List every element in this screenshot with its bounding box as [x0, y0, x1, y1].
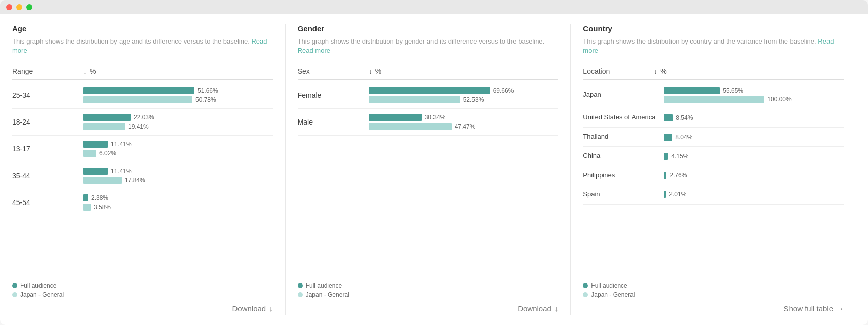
bar-pct-dark: 51.66% — [198, 87, 218, 94]
country-legend: Full audience Japan - General — [583, 274, 844, 298]
bar-row-dark: 4.15% — [664, 153, 844, 160]
bar-row-light: 47.47% — [369, 123, 559, 130]
legend-label-full: Full audience — [20, 282, 56, 289]
legend-dot-full — [583, 283, 588, 288]
minimize-button[interactable] — [16, 4, 22, 10]
gender-read-more[interactable]: Read more — [298, 47, 330, 54]
bar-dark — [664, 191, 666, 198]
bar-light — [83, 177, 122, 184]
download-icon: ↓ — [269, 304, 273, 313]
bar-dark — [664, 114, 673, 121]
bars-area: 22.03% 19.41% — [83, 114, 273, 130]
bar-pct-light: 6.02% — [99, 150, 116, 157]
table-row: Female 69.66% 52.53% — [298, 82, 559, 109]
row-label: Female — [298, 91, 369, 99]
row-label: 18-24 — [12, 118, 83, 126]
bar-row-light: 6.02% — [83, 150, 273, 157]
bars-area: 8.04% — [664, 134, 844, 141]
row-label: Male — [298, 118, 369, 126]
bar-row-light: 50.78% — [83, 96, 273, 103]
gender-col-pct: ↓ % — [369, 67, 381, 75]
bar-row-dark: 69.66% — [369, 87, 559, 94]
country-col-label: Location — [583, 67, 654, 75]
legend-item-full: Full audience — [12, 282, 273, 289]
table-row: Male 30.34% 47.47% — [298, 109, 559, 136]
bar-dark — [664, 134, 672, 141]
country-sort-icon[interactable]: ↓ — [654, 67, 657, 75]
age-col-pct: ↓ % — [83, 67, 96, 75]
row-label: China — [583, 152, 664, 160]
gender-sort-icon[interactable]: ↓ — [369, 67, 372, 75]
legend-dot-baseline — [298, 292, 303, 297]
show-full-table-button[interactable]: Show full table → — [783, 302, 844, 315]
age-panel: Age This graph shows the distribution by… — [12, 24, 286, 315]
bar-row-light: 100.00% — [664, 96, 844, 103]
bar-pct-dark: 55.65% — [723, 87, 743, 94]
country-col-pct: ↓ % — [654, 67, 666, 75]
bar-light — [83, 204, 91, 211]
row-label: United States of America — [583, 113, 664, 122]
bar-pct-dark: 22.03% — [134, 114, 154, 121]
legend-dot-full — [298, 283, 303, 288]
bar-light — [369, 96, 460, 103]
bars-area: 69.66% 52.53% — [369, 87, 559, 103]
table-row: Philippines 2.76% — [583, 166, 844, 185]
legend-item-full: Full audience — [583, 282, 844, 289]
titlebar — [0, 0, 868, 14]
arrow-right-icon: → — [836, 304, 844, 313]
bar-dark — [369, 114, 422, 121]
bar-pct-dark: 8.04% — [675, 134, 692, 141]
gender-panel: Gender This graph shows the distribution… — [286, 24, 571, 315]
bar-pct-light: 17.84% — [125, 177, 145, 184]
legend-dot-baseline — [12, 292, 17, 297]
bar-light — [83, 96, 192, 103]
gender-download-button[interactable]: Download ↓ — [518, 302, 558, 315]
row-label: Spain — [583, 190, 664, 199]
bars-area: 11.41% 17.84% — [83, 168, 273, 184]
bar-light — [369, 123, 452, 130]
country-table-header: Location ↓ % — [583, 63, 844, 80]
bar-dark — [83, 194, 88, 201]
bars-area: 2.01% — [664, 191, 844, 198]
bar-pct-dark: 11.41% — [111, 168, 132, 175]
table-row: 25-34 51.66% 50.78% — [12, 82, 273, 109]
table-row: Thailand 8.04% — [583, 128, 844, 147]
bars-area: 8.54% — [664, 114, 844, 121]
row-label: Philippines — [583, 171, 664, 180]
bar-row-dark: 22.03% — [83, 114, 273, 121]
app-window: Age This graph shows the distribution by… — [0, 0, 868, 325]
bar-dark — [369, 87, 490, 94]
table-row: United States of America 8.54% — [583, 108, 844, 128]
row-label: Thailand — [583, 133, 664, 141]
legend-label-baseline: Japan - General — [20, 291, 64, 298]
bar-pct-dark: 8.54% — [676, 114, 693, 121]
bar-dark — [664, 172, 666, 179]
age-download-button[interactable]: Download ↓ — [232, 302, 272, 315]
bar-pct-light: 50.78% — [195, 96, 216, 103]
bars-area: 2.38% 3.58% — [83, 194, 273, 211]
close-button[interactable] — [6, 4, 12, 10]
age-legend: Full audience Japan - General — [12, 274, 273, 298]
legend-dot-baseline — [583, 292, 588, 297]
table-row: Spain 2.01% — [583, 185, 844, 205]
bar-row-light: 3.58% — [83, 204, 273, 211]
bar-row-dark: 2.76% — [664, 172, 844, 179]
table-row: China 4.15% — [583, 147, 844, 166]
legend-item-baseline: Japan - General — [298, 291, 559, 298]
bar-row-dark: 8.54% — [664, 114, 844, 121]
bar-row-dark: 11.41% — [83, 141, 273, 148]
country-desc: This graph shows the distribution by cou… — [583, 37, 844, 55]
bar-light — [83, 123, 125, 130]
bar-row-dark: 55.65% — [664, 87, 844, 94]
country-title: Country — [583, 24, 844, 33]
bar-row-light: 17.84% — [83, 177, 273, 184]
bar-dark — [664, 153, 668, 160]
maximize-button[interactable] — [26, 4, 32, 10]
country-footer: Show full table → — [583, 298, 844, 315]
bar-row-dark: 51.66% — [83, 87, 273, 94]
bars-area: 30.34% 47.47% — [369, 114, 559, 130]
bar-dark — [83, 141, 108, 148]
age-sort-icon[interactable]: ↓ — [83, 67, 87, 75]
bar-pct-dark: 11.41% — [111, 141, 132, 148]
bar-pct-dark: 30.34% — [425, 114, 446, 121]
